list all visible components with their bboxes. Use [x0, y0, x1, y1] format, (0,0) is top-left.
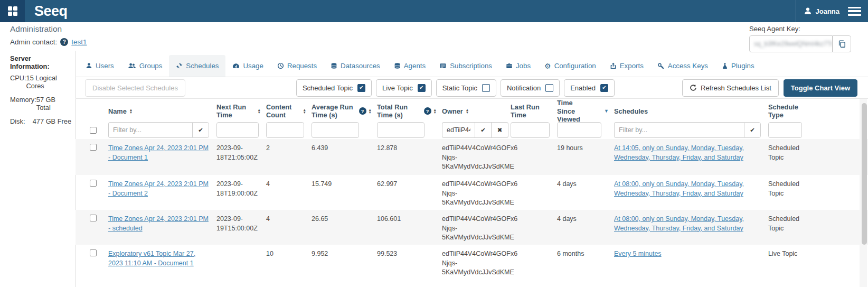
- total-run-time-cell: 62.997: [377, 175, 442, 210]
- average-run-time-cell: 6.439: [312, 139, 377, 175]
- sort-icon[interactable]: ▲▼: [258, 108, 261, 114]
- name-filter-input[interactable]: [108, 122, 192, 138]
- schedule-name-link[interactable]: Exploratory v61 Topic Mar 27, 2023 11:10…: [108, 250, 195, 267]
- header-content-count[interactable]: Content Count ▲▼: [266, 99, 312, 124]
- schedule-name-link[interactable]: Time Zones Apr 24, 2023 2:01 PM - Docume…: [108, 180, 209, 197]
- filter-scheduled-topic[interactable]: Scheduled Topic ✔: [296, 79, 372, 97]
- help-icon[interactable]: ?: [359, 107, 366, 115]
- tab-agents[interactable]: Agents: [387, 55, 432, 77]
- scrollbar-thumb[interactable]: [862, 103, 867, 245]
- app-switcher-button[interactable]: [0, 0, 25, 22]
- tab-jobs[interactable]: Jobs: [499, 55, 537, 77]
- user-menu[interactable]: Joanna: [796, 0, 845, 22]
- sync-icon: [176, 62, 183, 69]
- sort-icon[interactable]: ▲▼: [129, 108, 133, 114]
- filter-static-topic[interactable]: Static Topic: [436, 79, 496, 97]
- header-next-run-time[interactable]: Next Run Time ▲▼: [216, 99, 266, 124]
- schedules-filter-input[interactable]: [614, 122, 744, 138]
- schedule-detail-link[interactable]: At 08:00, only on Sunday, Monday, Tuesda…: [614, 215, 744, 232]
- header-total-run-time[interactable]: Total Run Time (s) ? ▲▼: [377, 99, 442, 124]
- tab-groups[interactable]: Groups: [121, 55, 169, 77]
- time-since-viewed-cell: 6 months: [557, 245, 614, 280]
- tab-schedules[interactable]: Schedules: [169, 55, 225, 77]
- row-checkbox[interactable]: [90, 180, 97, 187]
- copy-button[interactable]: [833, 35, 851, 52]
- header-time-since-viewed[interactable]: Time Since Viewed ▼: [557, 99, 614, 124]
- sort-icon[interactable]: ▲▼: [466, 108, 469, 114]
- apply-filter-button[interactable]: ✔: [475, 122, 492, 138]
- apply-filter-button[interactable]: ✔: [744, 122, 761, 138]
- schedule-type-filters: Scheduled Topic ✔ Live Topic ✔ Static To…: [296, 79, 615, 97]
- refresh-schedules-button[interactable]: Refresh Schedules List: [682, 79, 779, 97]
- header-owner[interactable]: Owner ▲▼: [442, 99, 511, 124]
- users-icon: [128, 62, 136, 69]
- header-average-run-time[interactable]: Average Run Time (s) ? ▲▼: [312, 99, 377, 124]
- tab-usage[interactable]: Usage: [225, 55, 270, 77]
- sort-icon[interactable]: ▲▼: [303, 108, 306, 114]
- gears-icon: ⚙: [544, 62, 551, 70]
- server-info-cpu: CPU: 15 Logical Cores: [10, 74, 71, 90]
- schedule-detail-link[interactable]: Every 5 minutes: [614, 250, 662, 257]
- tab-configuration[interactable]: ⚙ Configuration: [537, 55, 603, 77]
- schedule-detail-link[interactable]: At 14:05, only on Sunday, Monday, Tuesda…: [614, 144, 744, 161]
- seeq-logo[interactable]: Seeq: [34, 3, 68, 20]
- help-icon[interactable]: ?: [60, 38, 68, 46]
- content-count-cell: 4: [266, 210, 312, 245]
- time-since-viewed-filter-input[interactable]: [557, 122, 601, 138]
- tab-exports[interactable]: Exports: [603, 55, 650, 77]
- help-icon[interactable]: ?: [424, 107, 431, 115]
- header-schedules: Schedules: [614, 99, 768, 124]
- key-icon: [657, 62, 665, 70]
- average-run-time-filter-input[interactable]: [312, 122, 359, 138]
- table-row: Time Zones Apr 24, 2023 2:01 PM - schedu…: [76, 210, 868, 245]
- agent-key-input[interactable]: sq_b3fKe29welQNmI4kz7Tr: [749, 35, 833, 52]
- tab-requests[interactable]: Requests: [270, 55, 324, 77]
- toggle-chart-view-button[interactable]: Toggle Chart View: [784, 79, 857, 97]
- next-run-time-filter-input[interactable]: [216, 122, 259, 138]
- hamburger-menu-icon[interactable]: [848, 7, 861, 16]
- admin-tabs: Users Groups Schedules Usage Requests Da…: [76, 55, 868, 77]
- briefcase-icon: [506, 62, 513, 69]
- last-run-time-cell: [511, 245, 557, 280]
- sort-desc-icon[interactable]: ▼: [604, 107, 609, 116]
- row-checkbox[interactable]: [90, 215, 97, 221]
- tab-access-keys[interactable]: Access Keys: [650, 55, 715, 77]
- refresh-icon: [690, 84, 697, 91]
- disable-selected-schedules-button[interactable]: Disable Selected Schedules: [85, 79, 185, 97]
- clear-filter-button[interactable]: ✖: [492, 122, 508, 138]
- schedule-type-cell: Scheduled Topic: [768, 210, 809, 245]
- schedules-toolbar: Disable Selected Schedules Scheduled Top…: [76, 77, 868, 98]
- filter-notification[interactable]: Notification: [501, 79, 560, 97]
- admin-page: Seeq Joanna Administration Admin contact…: [0, 0, 868, 287]
- filter-enabled[interactable]: Enabled ✔: [564, 79, 615, 97]
- schedule-name-link[interactable]: Time Zones Apr 24, 2023 2:01 PM - schedu…: [108, 215, 209, 232]
- schedule-detail-link[interactable]: At 08:00, only on Sunday, Monday, Tuesda…: [614, 180, 744, 197]
- content-count-filter-input[interactable]: [266, 122, 304, 138]
- agent-key-label: Seeq Agent Key:: [749, 25, 851, 33]
- apply-filter-button[interactable]: ✔: [192, 122, 209, 138]
- last-run-time-filter-input[interactable]: [511, 122, 550, 138]
- row-checkbox[interactable]: [90, 249, 97, 256]
- admin-contact-link[interactable]: test1: [71, 38, 87, 46]
- row-checkbox[interactable]: [90, 144, 97, 151]
- tab-subscriptions[interactable]: Subscriptions: [432, 55, 499, 77]
- tab-users[interactable]: Users: [79, 55, 121, 77]
- total-run-time-filter-input[interactable]: [377, 122, 424, 138]
- next-run-time-cell: 2023-09-18T21:05:00Z: [216, 139, 266, 175]
- tab-datasources[interactable]: Datasources: [324, 55, 387, 77]
- page-title: Administration: [10, 24, 62, 34]
- database-icon: [394, 62, 401, 69]
- schedule-name-link[interactable]: Time Zones Apr 24, 2023 2:01 PM - Docume…: [108, 144, 209, 161]
- select-all-checkbox[interactable]: [90, 127, 97, 134]
- header-name[interactable]: Name ▲▼: [108, 99, 216, 124]
- total-run-time-cell: 106.601: [377, 210, 442, 245]
- owner-filter-input[interactable]: [442, 122, 475, 138]
- schedule-type-filter-input[interactable]: [768, 122, 802, 138]
- filter-live-topic[interactable]: Live Topic ✔: [376, 79, 432, 97]
- table-filter-row: ✔ ✔ ✖ ✔: [76, 121, 868, 139]
- sort-icon[interactable]: ▲▼: [369, 108, 372, 114]
- sort-icon[interactable]: ▲▼: [433, 108, 437, 114]
- history-icon: [277, 62, 284, 69]
- tab-plugins[interactable]: Plugins: [715, 55, 761, 77]
- checkbox-unchecked-icon: [482, 84, 490, 92]
